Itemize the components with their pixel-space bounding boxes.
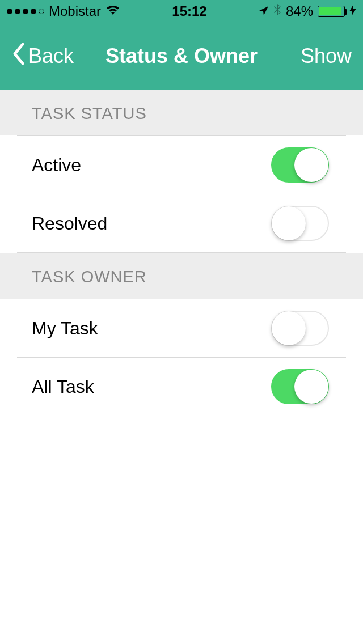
charging-icon [349, 5, 356, 19]
wifi-icon [105, 3, 120, 19]
section-task-status: TASK STATUS Active Resolved [0, 90, 363, 253]
clock-label: 15:12 [172, 3, 206, 19]
battery-percent-label: 84% [286, 3, 313, 19]
row-label-my-task: My Task [17, 318, 98, 339]
chevron-left-icon [11, 42, 25, 71]
section-task-owner: TASK OWNER My Task All Task [0, 253, 363, 416]
battery-fill [319, 7, 341, 15]
toggle-resolved[interactable] [271, 206, 329, 241]
row-active: Active [17, 135, 346, 194]
toggle-active[interactable] [271, 147, 329, 183]
row-resolved: Resolved [17, 194, 346, 253]
section-header-task-owner: TASK OWNER [0, 253, 363, 299]
carrier-label: Mobistar [49, 3, 101, 19]
section-header-task-status: TASK STATUS [0, 90, 363, 135]
back-button[interactable]: Back [11, 42, 74, 71]
show-button[interactable]: Show [284, 44, 352, 68]
row-all-task: All Task [17, 358, 346, 416]
row-my-task: My Task [17, 299, 346, 358]
status-left: Mobistar [7, 3, 120, 19]
back-label: Back [28, 44, 74, 68]
toggle-my-task[interactable] [271, 311, 329, 346]
row-label-active: Active [17, 155, 81, 176]
nav-bar: Back Status & Owner Show [0, 23, 363, 90]
row-label-resolved: Resolved [17, 213, 107, 234]
toggle-all-task[interactable] [271, 369, 329, 404]
battery-icon [318, 6, 345, 17]
status-right: 84% [259, 3, 356, 19]
bluetooth-icon [273, 3, 281, 19]
status-bar: Mobistar 15:12 84% [0, 0, 363, 23]
row-label-all-task: All Task [17, 376, 94, 397]
page-title: Status & Owner [79, 44, 284, 68]
signal-strength-icon [7, 9, 44, 14]
location-icon [259, 3, 269, 19]
